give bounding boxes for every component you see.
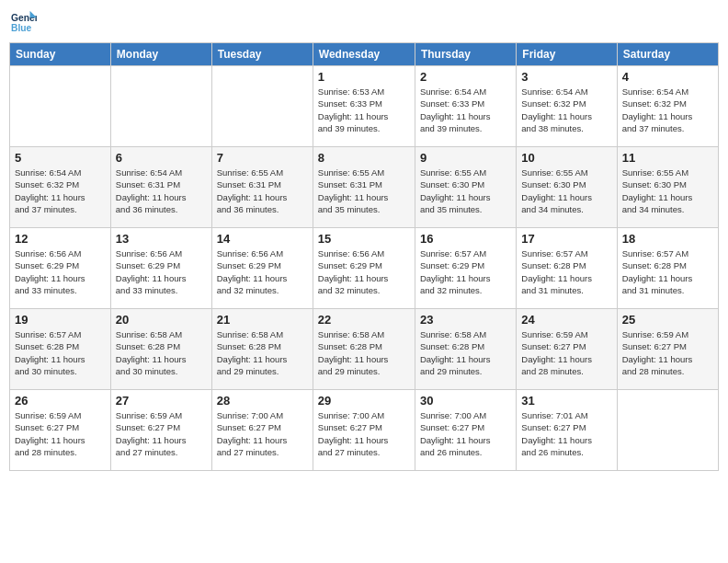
day-number: 3 <box>521 70 611 84</box>
day-number: 17 <box>521 232 611 246</box>
day-info: Sunrise: 6:59 AM Sunset: 6:27 PM Dayligh… <box>116 409 207 458</box>
day-info: Sunrise: 6:57 AM Sunset: 6:28 PM Dayligh… <box>521 247 611 296</box>
day-number: 22 <box>318 313 410 327</box>
day-info: Sunrise: 6:55 AM Sunset: 6:30 PM Dayligh… <box>622 167 713 215</box>
calendar-cell: 11Sunrise: 6:55 AM Sunset: 6:30 PM Dayli… <box>617 147 718 228</box>
weekday-header: Sunday <box>10 43 111 66</box>
calendar-cell: 26Sunrise: 6:59 AM Sunset: 6:27 PM Dayli… <box>10 390 111 471</box>
day-info: Sunrise: 6:57 AM Sunset: 6:28 PM Dayligh… <box>15 328 106 377</box>
day-number: 15 <box>318 232 410 246</box>
day-number: 19 <box>15 313 106 327</box>
day-number: 9 <box>420 151 511 165</box>
day-number: 30 <box>420 394 511 408</box>
day-number: 18 <box>622 232 713 246</box>
calendar-cell: 1Sunrise: 6:53 AM Sunset: 6:33 PM Daylig… <box>313 66 415 147</box>
day-info: Sunrise: 6:58 AM Sunset: 6:28 PM Dayligh… <box>420 328 511 377</box>
page-header: General Blue <box>9 9 719 35</box>
svg-text:Blue: Blue <box>11 23 32 33</box>
logo: General Blue <box>9 9 37 35</box>
calendar-cell: 13Sunrise: 6:56 AM Sunset: 6:29 PM Dayli… <box>110 228 211 309</box>
day-number: 4 <box>622 70 713 84</box>
day-info: Sunrise: 6:55 AM Sunset: 6:30 PM Dayligh… <box>521 167 611 215</box>
day-number: 29 <box>318 394 410 408</box>
calendar-cell: 4Sunrise: 6:54 AM Sunset: 6:32 PM Daylig… <box>617 66 718 147</box>
calendar-cell: 6Sunrise: 6:54 AM Sunset: 6:31 PM Daylig… <box>110 147 211 228</box>
weekday-header: Saturday <box>617 43 718 66</box>
calendar-cell: 25Sunrise: 6:59 AM Sunset: 6:27 PM Dayli… <box>617 309 718 390</box>
day-number: 7 <box>217 151 308 165</box>
day-number: 31 <box>521 394 611 408</box>
weekday-header: Wednesday <box>313 43 415 66</box>
day-number: 16 <box>420 232 511 246</box>
calendar-cell: 9Sunrise: 6:55 AM Sunset: 6:30 PM Daylig… <box>415 147 516 228</box>
calendar-cell <box>617 390 718 471</box>
calendar-cell: 23Sunrise: 6:58 AM Sunset: 6:28 PM Dayli… <box>415 309 516 390</box>
calendar-week-row: 26Sunrise: 6:59 AM Sunset: 6:27 PM Dayli… <box>10 390 719 471</box>
calendar-cell: 20Sunrise: 6:58 AM Sunset: 6:28 PM Dayli… <box>110 309 211 390</box>
calendar-cell: 5Sunrise: 6:54 AM Sunset: 6:32 PM Daylig… <box>10 147 111 228</box>
day-info: Sunrise: 6:55 AM Sunset: 6:31 PM Dayligh… <box>217 167 308 215</box>
calendar-cell: 8Sunrise: 6:55 AM Sunset: 6:31 PM Daylig… <box>313 147 415 228</box>
calendar-week-row: 12Sunrise: 6:56 AM Sunset: 6:29 PM Dayli… <box>10 228 719 309</box>
calendar-cell: 12Sunrise: 6:56 AM Sunset: 6:29 PM Dayli… <box>10 228 111 309</box>
day-info: Sunrise: 6:54 AM Sunset: 6:32 PM Dayligh… <box>15 167 106 215</box>
calendar-table: SundayMondayTuesdayWednesdayThursdayFrid… <box>9 42 719 471</box>
day-info: Sunrise: 6:56 AM Sunset: 6:29 PM Dayligh… <box>318 247 410 296</box>
calendar-cell: 3Sunrise: 6:54 AM Sunset: 6:32 PM Daylig… <box>517 66 617 147</box>
day-number: 8 <box>318 151 410 165</box>
day-info: Sunrise: 6:53 AM Sunset: 6:33 PM Dayligh… <box>318 86 410 134</box>
day-info: Sunrise: 6:58 AM Sunset: 6:28 PM Dayligh… <box>318 328 410 377</box>
weekday-header: Tuesday <box>211 43 313 66</box>
calendar-cell: 31Sunrise: 7:01 AM Sunset: 6:27 PM Dayli… <box>517 390 617 471</box>
calendar-cell: 29Sunrise: 7:00 AM Sunset: 6:27 PM Dayli… <box>313 390 415 471</box>
calendar-cell: 2Sunrise: 6:54 AM Sunset: 6:33 PM Daylig… <box>415 66 516 147</box>
calendar-week-row: 1Sunrise: 6:53 AM Sunset: 6:33 PM Daylig… <box>10 66 719 147</box>
day-info: Sunrise: 6:57 AM Sunset: 6:28 PM Dayligh… <box>622 247 713 296</box>
day-info: Sunrise: 6:57 AM Sunset: 6:29 PM Dayligh… <box>420 247 511 296</box>
calendar-cell: 30Sunrise: 7:00 AM Sunset: 6:27 PM Dayli… <box>415 390 516 471</box>
calendar-cell: 18Sunrise: 6:57 AM Sunset: 6:28 PM Dayli… <box>617 228 718 309</box>
day-number: 12 <box>15 232 106 246</box>
day-info: Sunrise: 6:59 AM Sunset: 6:27 PM Dayligh… <box>521 328 611 377</box>
day-info: Sunrise: 7:00 AM Sunset: 6:27 PM Dayligh… <box>217 409 308 458</box>
calendar-cell <box>110 66 211 147</box>
day-info: Sunrise: 6:55 AM Sunset: 6:30 PM Dayligh… <box>420 167 511 215</box>
day-info: Sunrise: 6:56 AM Sunset: 6:29 PM Dayligh… <box>15 247 106 296</box>
calendar-cell <box>10 66 111 147</box>
day-info: Sunrise: 6:56 AM Sunset: 6:29 PM Dayligh… <box>116 247 207 296</box>
calendar-cell: 17Sunrise: 6:57 AM Sunset: 6:28 PM Dayli… <box>517 228 617 309</box>
day-info: Sunrise: 6:55 AM Sunset: 6:31 PM Dayligh… <box>318 167 410 215</box>
day-info: Sunrise: 6:59 AM Sunset: 6:27 PM Dayligh… <box>15 409 106 458</box>
day-number: 27 <box>116 394 207 408</box>
day-number: 23 <box>420 313 511 327</box>
day-number: 6 <box>116 151 207 165</box>
calendar-cell: 22Sunrise: 6:58 AM Sunset: 6:28 PM Dayli… <box>313 309 415 390</box>
day-number: 25 <box>622 313 713 327</box>
calendar-cell <box>211 66 313 147</box>
calendar-cell: 10Sunrise: 6:55 AM Sunset: 6:30 PM Dayli… <box>517 147 617 228</box>
day-info: Sunrise: 7:00 AM Sunset: 6:27 PM Dayligh… <box>318 409 410 458</box>
day-info: Sunrise: 6:54 AM Sunset: 6:32 PM Dayligh… <box>622 86 713 134</box>
day-number: 21 <box>217 313 308 327</box>
weekday-header: Monday <box>110 43 211 66</box>
calendar-cell: 15Sunrise: 6:56 AM Sunset: 6:29 PM Dayli… <box>313 228 415 309</box>
day-info: Sunrise: 6:56 AM Sunset: 6:29 PM Dayligh… <box>217 247 308 296</box>
calendar-cell: 16Sunrise: 6:57 AM Sunset: 6:29 PM Dayli… <box>415 228 516 309</box>
day-number: 14 <box>217 232 308 246</box>
logo-icon: General Blue <box>11 9 37 35</box>
calendar-cell: 19Sunrise: 6:57 AM Sunset: 6:28 PM Dayli… <box>10 309 111 390</box>
calendar-body: 1Sunrise: 6:53 AM Sunset: 6:33 PM Daylig… <box>10 66 719 471</box>
day-number: 5 <box>15 151 106 165</box>
day-number: 2 <box>420 70 511 84</box>
day-number: 13 <box>116 232 207 246</box>
calendar-cell: 27Sunrise: 6:59 AM Sunset: 6:27 PM Dayli… <box>110 390 211 471</box>
weekday-header: Friday <box>517 43 617 66</box>
day-number: 11 <box>622 151 713 165</box>
day-info: Sunrise: 7:00 AM Sunset: 6:27 PM Dayligh… <box>420 409 511 458</box>
calendar-cell: 14Sunrise: 6:56 AM Sunset: 6:29 PM Dayli… <box>211 228 313 309</box>
day-number: 24 <box>521 313 611 327</box>
calendar-cell: 21Sunrise: 6:58 AM Sunset: 6:28 PM Dayli… <box>211 309 313 390</box>
calendar-cell: 28Sunrise: 7:00 AM Sunset: 6:27 PM Dayli… <box>211 390 313 471</box>
day-info: Sunrise: 6:54 AM Sunset: 6:31 PM Dayligh… <box>116 167 207 215</box>
day-info: Sunrise: 6:58 AM Sunset: 6:28 PM Dayligh… <box>217 328 308 377</box>
